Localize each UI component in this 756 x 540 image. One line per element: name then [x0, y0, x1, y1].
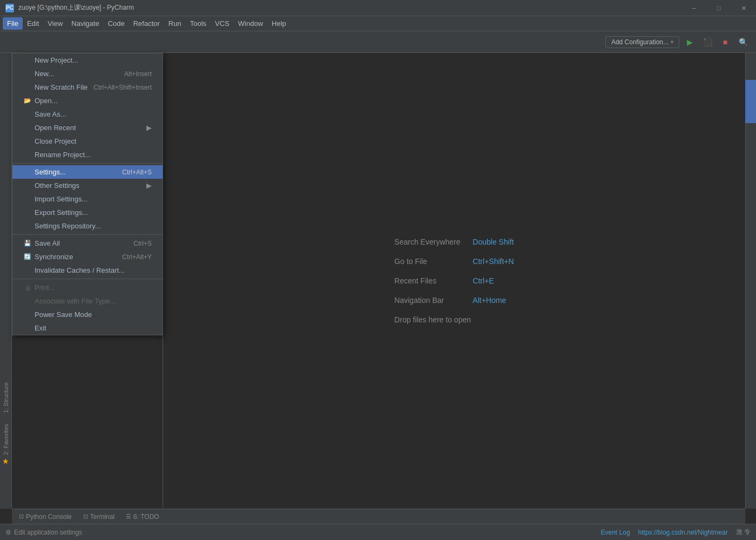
menu-item-settings[interactable]: Settings... Ctrl+Alt+S: [12, 165, 163, 179]
recent-files-shortcut[interactable]: Ctrl+E: [473, 276, 494, 285]
todo-tab[interactable]: ☰ 6: TODO: [122, 511, 164, 523]
left-panel: ⚙ ─ New Project... New... Alt+Insert New…: [12, 53, 163, 509]
goto-file-shortcut[interactable]: Ctrl+Shift+N: [473, 257, 514, 266]
structure-tab[interactable]: 1: Structure: [3, 382, 9, 413]
other-settings-arrow-icon: ▶: [146, 181, 152, 190]
menu-item-save-as[interactable]: Save As...: [12, 107, 163, 121]
menu-navigate[interactable]: Navigate: [67, 17, 103, 30]
event-log-link[interactable]: Event Log: [601, 529, 630, 536]
menu-item-exit[interactable]: Exit: [12, 321, 163, 335]
menu-window[interactable]: Window: [234, 17, 267, 30]
stop-icon: ■: [723, 38, 727, 46]
open-icon: 📂: [23, 97, 32, 104]
favorites-tab[interactable]: 2: Favorites ★: [2, 424, 9, 465]
menu-item-new-project[interactable]: New Project...: [12, 53, 163, 67]
search-icon: 🔍: [739, 38, 748, 46]
menu-view[interactable]: View: [43, 17, 67, 30]
search-everywhere-row: Search Everywhere Double Shift: [394, 238, 514, 246]
menu-item-other-settings[interactable]: Other Settings ▶: [12, 179, 163, 192]
favorites-label: 2: Favorites: [3, 424, 9, 455]
menu-help[interactable]: Help: [267, 17, 291, 30]
bottom-tabs-bar: ⊡ Python Console ⊡ Terminal ☰ 6: TODO: [12, 509, 745, 524]
toolbar: Add Configuration... ▾ ▶ ⬛ ■ 🔍: [0, 31, 756, 53]
structure-label[interactable]: 1: Structure: [3, 382, 9, 413]
search-everywhere-button[interactable]: 🔍: [735, 35, 751, 50]
debug-icon: ⬛: [703, 38, 712, 46]
navigation-bar-row: Navigation Bar Alt+Home: [394, 296, 514, 305]
left-vertical-panel: 1: Structure 2: Favorites ★: [0, 53, 12, 509]
menu-item-new[interactable]: New... Alt+Insert: [12, 67, 163, 80]
separator-2: [12, 234, 163, 235]
separator-3: [12, 279, 163, 279]
window-title: zuoye [G:\python上课\zuoye] - PyCharm: [18, 3, 751, 12]
menu-item-invalidate-caches[interactable]: Invalidate Caches / Restart...: [12, 264, 163, 277]
menu-code[interactable]: Code: [104, 17, 129, 30]
menu-refactor[interactable]: Refactor: [129, 17, 164, 30]
title-bar: PC zuoye [G:\python上课\zuoye] - PyCharm ─…: [0, 0, 756, 16]
search-everywhere-label: Search Everywhere: [394, 238, 464, 246]
chinese-status-text: 激 专: [736, 528, 751, 537]
menu-item-power-save[interactable]: Power Save Mode: [12, 308, 163, 321]
drop-files-row: Drop files here to open: [394, 315, 514, 324]
editor-area: Search Everywhere Double Shift Go to Fil…: [163, 53, 745, 509]
menu-item-open-recent[interactable]: Open Recent ▶: [12, 121, 163, 134]
menu-item-associate-file-type: Associate with File Type...: [12, 294, 163, 308]
maximize-button[interactable]: □: [706, 0, 731, 16]
menu-file[interactable]: File: [3, 17, 23, 30]
stop-button[interactable]: ■: [718, 35, 733, 50]
python-console-label: Python Console: [26, 513, 72, 521]
file-dropdown-menu: New Project... New... Alt+Insert New Scr…: [12, 53, 163, 335]
menu-item-export-settings[interactable]: Export Settings...: [12, 206, 163, 219]
navigation-bar-label: Navigation Bar: [394, 296, 464, 305]
recent-files-label: Recent Files: [394, 276, 464, 285]
menu-item-print: 🖨 Print...: [12, 281, 163, 294]
save-all-icon: 💾: [23, 240, 32, 247]
menu-item-rename-project[interactable]: Rename Project...: [12, 148, 163, 161]
edit-application-settings[interactable]: ⚙ Edit application settings: [5, 529, 82, 536]
recent-files-row: Recent Files Ctrl+E: [394, 276, 514, 285]
goto-file-label: Go to File: [394, 257, 464, 266]
menu-tools[interactable]: Tools: [186, 17, 211, 30]
right-panel: [745, 53, 756, 509]
navigation-bar-shortcut[interactable]: Alt+Home: [473, 296, 506, 305]
search-everywhere-shortcut[interactable]: Double Shift: [473, 238, 514, 246]
python-console-icon: ⊡: [19, 513, 24, 520]
right-side-highlight: [745, 80, 756, 123]
add-configuration-button[interactable]: Add Configuration... ▾: [605, 36, 679, 48]
terminal-label: Terminal: [90, 513, 114, 521]
app-icon: PC: [5, 4, 14, 12]
goto-file-row: Go to File Ctrl+Shift+N: [394, 257, 514, 266]
todo-label: 6: TODO: [133, 513, 159, 521]
menu-item-settings-repo[interactable]: Settings Repository...: [12, 219, 163, 233]
settings-gear-icon: ⚙: [5, 529, 11, 536]
debug-button[interactable]: ⬛: [700, 35, 715, 50]
menu-item-save-all[interactable]: 💾 Save All Ctrl+S: [12, 237, 163, 250]
status-bar: ⚙ Edit application settings Event Log ht…: [0, 524, 756, 540]
menu-item-synchronize[interactable]: 🔄 Synchronize Ctrl+Alt+Y: [12, 250, 163, 264]
menu-item-open[interactable]: 📂 Open...: [12, 94, 163, 107]
status-url-link[interactable]: https://blog.csdn.net/Nightmear: [638, 529, 728, 536]
minimize-button[interactable]: ─: [681, 0, 706, 16]
menu-run[interactable]: Run: [164, 17, 186, 30]
favorites-star-icon: ★: [2, 457, 9, 465]
menu-edit[interactable]: Edit: [23, 17, 43, 30]
sync-icon: 🔄: [23, 253, 32, 260]
run-icon: ▶: [687, 38, 693, 46]
edit-settings-label: Edit application settings: [14, 529, 82, 536]
submenu-arrow-icon: ▶: [146, 124, 152, 132]
terminal-tab[interactable]: ⊡ Terminal: [79, 511, 119, 523]
menu-item-new-scratch[interactable]: New Scratch File Ctrl+Alt+Shift+Insert: [12, 80, 163, 94]
menu-bar: File Edit View Navigate Code Refactor Ru…: [0, 16, 756, 31]
menu-vcs[interactable]: VCS: [211, 17, 234, 30]
welcome-content: Search Everywhere Double Shift Go to Fil…: [394, 238, 514, 324]
menu-item-import-settings[interactable]: Import Settings...: [12, 192, 163, 206]
python-console-tab[interactable]: ⊡ Python Console: [15, 511, 76, 523]
terminal-icon: ⊡: [83, 513, 88, 520]
close-button[interactable]: ✕: [731, 0, 756, 16]
separator-1: [12, 163, 163, 164]
todo-icon: ☰: [126, 513, 131, 520]
run-button[interactable]: ▶: [682, 35, 697, 50]
menu-item-close-project[interactable]: Close Project: [12, 134, 163, 148]
print-icon: 🖨: [23, 285, 32, 291]
status-right: Event Log https://blog.csdn.net/Nightmea…: [601, 528, 751, 537]
